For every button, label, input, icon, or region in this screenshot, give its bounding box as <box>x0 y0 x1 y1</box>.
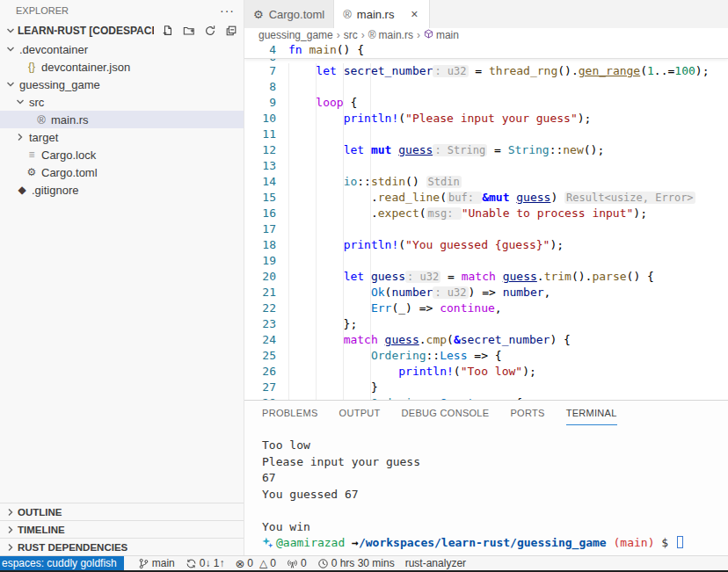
tree-item-main-rs[interactable]: ®main.rs <box>0 111 244 128</box>
branch-name: main <box>152 557 175 569</box>
code-token: new <box>563 143 583 156</box>
code-token: 1 <box>647 64 654 77</box>
tab-main-rs[interactable]: ®main.rs× <box>334 0 430 28</box>
git-branch-status[interactable]: main <box>133 556 180 570</box>
panel-tab-debug-console[interactable]: DEBUG CONSOLE <box>402 401 490 425</box>
code-text <box>276 221 288 237</box>
code-token: match <box>462 270 503 283</box>
code-token: println! <box>398 365 454 378</box>
tree-item-devcontainer-json[interactable]: {}devcontainer.json <box>0 58 244 76</box>
sticky-scroll-line[interactable]: 4 fn main() { <box>244 42 728 59</box>
line-number: 21 <box>244 285 276 300</box>
more-actions-icon[interactable]: ··· <box>220 4 235 18</box>
code-token: loop <box>316 96 343 109</box>
tree-item--gitignore[interactable]: ◆.gitignore <box>0 181 244 199</box>
gear-icon: ⚙ <box>24 166 40 178</box>
code-token: (); <box>584 143 604 156</box>
refresh-icon[interactable] <box>203 24 217 38</box>
tab-label: main.rs <box>357 8 395 21</box>
panel-tab-bar: PROBLEMSOUTPUTDEBUG CONSOLEPORTSTERMINAL <box>244 401 728 425</box>
code-line: 11 <box>244 127 728 142</box>
line-number: 20 <box>244 269 276 285</box>
git-sync-status[interactable]: 0↓ 1↑ <box>180 556 230 570</box>
breadcrumb-item-guessing-game[interactable]: guessing_game <box>258 29 333 41</box>
tree-item-cargo-toml[interactable]: ⚙Cargo.toml <box>0 163 244 181</box>
tree-item-src[interactable]: src <box>0 93 244 111</box>
remote-label: espaces: cuddly goldfish <box>2 557 117 569</box>
panel-tab-output[interactable]: OUTPUT <box>339 401 381 425</box>
tree-item--devcontainer[interactable]: .devcontainer <box>0 40 244 58</box>
code-token: 100 <box>674 64 695 77</box>
code-line: 24 match guess.cmp(&secret_number) { <box>244 332 728 348</box>
code-line: 19 <box>244 253 728 269</box>
breadcrumb-item-main[interactable]: main <box>424 29 459 41</box>
code-token: . <box>288 206 378 220</box>
rust-analyzer-status[interactable]: rust-analyzer <box>400 556 471 570</box>
code-token <box>288 301 371 315</box>
line-number: 12 <box>244 142 276 158</box>
code-token: mut <box>371 143 398 156</box>
code-token: continue <box>440 301 495 315</box>
code-token: Less <box>440 349 467 362</box>
sidebar-section-outline[interactable]: OUTLINE <box>0 503 244 520</box>
code-token: guess <box>503 270 537 283</box>
sidebar-section-rust-dependencies[interactable]: RUST DEPENDENCIES <box>0 538 244 555</box>
tree-item-label: Cargo.toml <box>40 166 98 179</box>
time-tracker-status[interactable]: 0 hrs 30 mins <box>312 556 400 570</box>
code-text: Ordering::Greater => { <box>276 395 522 400</box>
line-number: 22 <box>244 300 276 316</box>
tree-item-target[interactable]: target <box>0 128 244 146</box>
error-icon: ⊗ <box>235 557 244 570</box>
problems-status[interactable]: ⊗ 0 △ 0 <box>229 556 281 570</box>
tree-item-label: .devcontainer <box>18 43 88 56</box>
code-text: .expect(msg: "Unable to process input"); <box>276 206 647 221</box>
code-token: . <box>419 333 426 346</box>
code-token: main <box>309 43 336 56</box>
ports-status[interactable]: 0 <box>281 556 312 570</box>
chevron-down-icon <box>13 98 27 106</box>
new-folder-icon[interactable] <box>182 24 196 38</box>
terminal[interactable]: Too lowPlease input your guess67You gues… <box>244 425 728 555</box>
codespaces-remote-indicator[interactable]: espaces: cuddly goldfish <box>0 556 124 570</box>
code-text <box>276 253 288 269</box>
code-token <box>288 64 316 77</box>
tab-cargo-toml[interactable]: ⚙Cargo.toml <box>244 0 334 28</box>
tree-item-label: Cargo.lock <box>40 148 96 162</box>
breadcrumb-item-src[interactable]: src <box>344 29 358 41</box>
code-token: (_) => <box>391 301 440 315</box>
tree-item-label: guessing_game <box>18 78 100 91</box>
code-line: 22 Err(_) => continue, <box>244 300 728 316</box>
tree-item-cargo-lock[interactable]: ≡Cargo.lock <box>0 146 244 163</box>
code-token: match <box>344 333 385 346</box>
prompt-user: @aamirazad <box>276 536 345 549</box>
radio-tower-icon <box>287 558 298 569</box>
new-file-icon[interactable] <box>161 24 175 38</box>
rust-icon: ® <box>343 8 352 21</box>
panel-tab-problems[interactable]: PROBLEMS <box>262 401 318 425</box>
close-icon[interactable]: × <box>408 7 420 21</box>
code-text <box>276 127 288 142</box>
workspace-section-header[interactable]: LEARN-RUST [CODESPACES: CU... <box>0 21 244 40</box>
code-token: ); <box>633 206 647 220</box>
code-editor[interactable]: 4 fn main() { 6 7 let secret_number: u32… <box>244 42 728 400</box>
code-text <box>276 158 288 174</box>
chevron-right-icon <box>4 508 18 517</box>
breadcrumb-item-main-rs[interactable]: ®main.rs <box>368 29 413 41</box>
code-text: println!("Too low"); <box>276 364 536 380</box>
line-number: 7 <box>244 63 276 79</box>
error-count: 0 <box>247 557 253 569</box>
code-token <box>288 365 398 378</box>
panel-tab-ports[interactable]: PORTS <box>510 401 544 425</box>
sidebar-section-timeline[interactable]: TIMELINE <box>0 520 244 538</box>
explorer-header: EXPLORER ··· <box>0 0 244 21</box>
code-token: let <box>344 270 371 283</box>
code-token: &mut <box>482 191 516 204</box>
tree-item-guessing-game[interactable]: guessing_game <box>0 76 244 93</box>
chevron-right-icon <box>4 543 18 552</box>
code-token: => { <box>488 396 522 400</box>
editor-group: ⚙Cargo.toml®main.rs× guessing_game›src›®… <box>244 0 728 555</box>
collapse-all-icon[interactable] <box>224 24 238 38</box>
editor-code-area[interactable]: 7 let secret_number: u32 = thread_rng().… <box>244 63 728 400</box>
lsp-label: rust-analyzer <box>405 557 466 569</box>
panel-tab-terminal[interactable]: TERMINAL <box>566 401 617 425</box>
